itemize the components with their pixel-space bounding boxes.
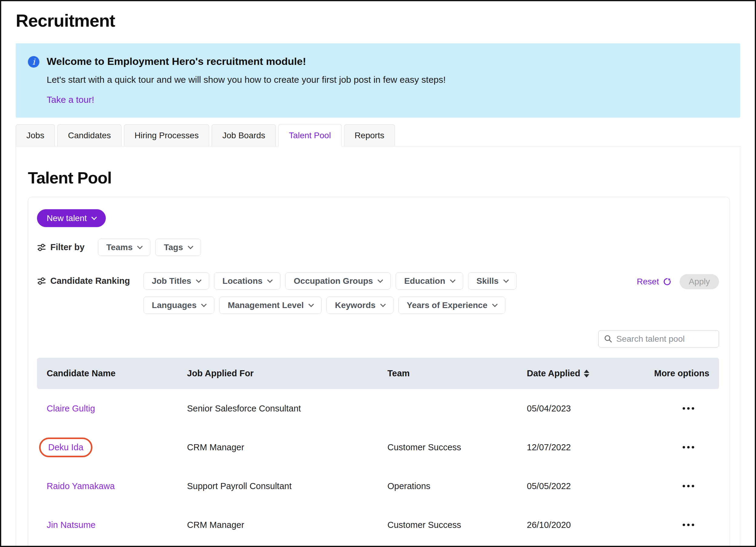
team-cell: Operations (387, 481, 527, 491)
welcome-banner: i Welcome to Employment Hero's recruitme… (16, 43, 740, 118)
tab-job-boards[interactable]: Job Boards (212, 124, 276, 146)
candidate-name-link[interactable]: Raido Yamakawa (47, 481, 115, 491)
dropdown-skills[interactable]: Skills (468, 272, 517, 290)
filter-by-label: Filter by (37, 242, 85, 252)
dropdown-teams-label: Teams (106, 243, 133, 252)
dropdown-keywords[interactable]: Keywords (326, 297, 393, 314)
filter-by-text: Filter by (50, 242, 85, 252)
dropdown-tags[interactable]: Tags (155, 239, 201, 256)
dot-icon (687, 407, 690, 410)
chevron-down-icon (450, 277, 455, 283)
dot-icon (692, 446, 694, 448)
dropdown-years-of-experience[interactable]: Years of Experience (398, 297, 505, 314)
search-box (598, 330, 719, 347)
dot-icon (687, 485, 690, 487)
sort-icon[interactable] (584, 370, 589, 378)
dropdown-languages-label: Languages (152, 300, 197, 310)
reset-label: Reset (637, 277, 659, 287)
job-applied-cell: CRM Manager (187, 442, 387, 452)
chevron-down-icon (201, 301, 207, 307)
annotation-ellipse: Deku Ida (39, 438, 92, 457)
chevron-down-icon (137, 243, 143, 249)
chevron-down-icon (196, 277, 201, 283)
more-options-button[interactable] (654, 389, 723, 428)
dropdown-tags-label: Tags (164, 243, 183, 252)
new-talent-label: New talent (47, 213, 87, 223)
filter-by-row: Filter by Teams Tags (37, 239, 719, 256)
team-cell: Customer Success (387, 442, 527, 452)
banner-heading: Welcome to Employment Hero's recruitment… (47, 55, 446, 67)
candidate-name-link[interactable]: Deku Ida (48, 442, 83, 452)
dot-icon (692, 407, 694, 410)
search-icon (604, 334, 612, 343)
dropdown-years-of-experience-label: Years of Experience (407, 300, 487, 310)
candidate-name-link[interactable]: Jin Natsume (47, 520, 95, 530)
dot-icon (683, 485, 685, 487)
date-cell: 26/10/2020 (527, 520, 654, 530)
dot-icon (687, 524, 690, 526)
sort-down-arrow-icon (584, 374, 589, 378)
header-date-applied: Date Applied (527, 368, 654, 378)
filter-chips: Teams Tags (98, 239, 201, 256)
header-job-applied-for: Job Applied For (187, 368, 387, 378)
header-more-options: More options (654, 368, 723, 378)
chevron-down-icon (92, 214, 97, 220)
candidate-ranking-row: Candidate Ranking Job Titles Locations O… (37, 272, 719, 314)
date-cell: 05/05/2022 (527, 481, 654, 491)
table-row: Claire Gultig Senior Salesforce Consulta… (37, 389, 719, 428)
sort-up-arrow-icon (584, 370, 589, 373)
talent-pool-card: New talent Filter by Teams (28, 197, 730, 547)
dot-icon (692, 485, 694, 487)
dropdown-education-label: Education (404, 276, 445, 286)
dot-icon (683, 446, 685, 448)
tab-hiring-processes[interactable]: Hiring Processes (124, 124, 209, 146)
apply-button[interactable]: Apply (680, 274, 719, 289)
dropdown-locations[interactable]: Locations (214, 272, 280, 290)
tab-reports[interactable]: Reports (344, 124, 395, 146)
dropdown-occupation-groups[interactable]: Occupation Groups (285, 272, 391, 290)
talent-pool-panel: Talent Pool New talent Filter by (16, 146, 740, 547)
banner-text: Welcome to Employment Hero's recruitment… (47, 55, 446, 105)
reset-button[interactable]: Reset (637, 277, 672, 287)
take-a-tour-link[interactable]: Take a tour! (47, 95, 94, 105)
candidate-name-link[interactable]: Claire Gultig (47, 404, 95, 413)
dropdown-education[interactable]: Education (396, 272, 463, 290)
refresh-icon (663, 277, 672, 286)
chevron-down-icon (492, 301, 497, 307)
dot-icon (692, 524, 694, 526)
dropdown-management-level-label: Management Level (228, 300, 304, 310)
dropdown-teams[interactable]: Teams (98, 239, 151, 256)
talent-pool-table: Candidate Name Job Applied For Team Date… (37, 358, 719, 544)
dropdown-management-level[interactable]: Management Level (219, 297, 322, 314)
ranking-chips: Job Titles Locations Occupation Groups E… (143, 272, 589, 314)
sliders-icon (37, 277, 46, 286)
date-cell: 05/04/2023 (527, 404, 654, 414)
header-candidate-name: Candidate Name (47, 368, 187, 378)
dot-icon (683, 407, 685, 410)
tab-candidates[interactable]: Candidates (57, 124, 122, 146)
chevron-down-icon (380, 301, 386, 307)
tab-talent-pool[interactable]: Talent Pool (278, 124, 342, 146)
dot-icon (683, 524, 685, 526)
more-options-button[interactable] (654, 428, 723, 467)
new-talent-button[interactable]: New talent (37, 209, 106, 227)
more-options-button[interactable] (654, 467, 723, 505)
chevron-down-icon (308, 301, 314, 307)
table-row: Raido Yamakawa Support Payroll Consultan… (37, 467, 719, 505)
chevron-down-icon (188, 243, 193, 249)
dropdown-job-titles-label: Job Titles (152, 276, 191, 286)
candidate-ranking-label: Candidate Ranking (37, 276, 130, 286)
more-options-button[interactable] (654, 505, 723, 544)
search-input[interactable] (598, 330, 719, 347)
tab-jobs[interactable]: Jobs (16, 124, 55, 146)
header-team: Team (387, 368, 527, 378)
recruitment-page: Recruitment i Welcome to Employment Hero… (0, 0, 756, 547)
dropdown-job-titles[interactable]: Job Titles (143, 272, 209, 290)
info-icon: i (28, 56, 39, 68)
page-title: Recruitment (16, 10, 755, 31)
dropdown-languages[interactable]: Languages (143, 297, 215, 314)
dot-icon (687, 446, 690, 448)
candidate-ranking-text: Candidate Ranking (50, 276, 130, 286)
banner-body: Let's start with a quick tour and we wil… (47, 75, 446, 85)
job-applied-cell: Support Payroll Consultant (187, 481, 387, 491)
